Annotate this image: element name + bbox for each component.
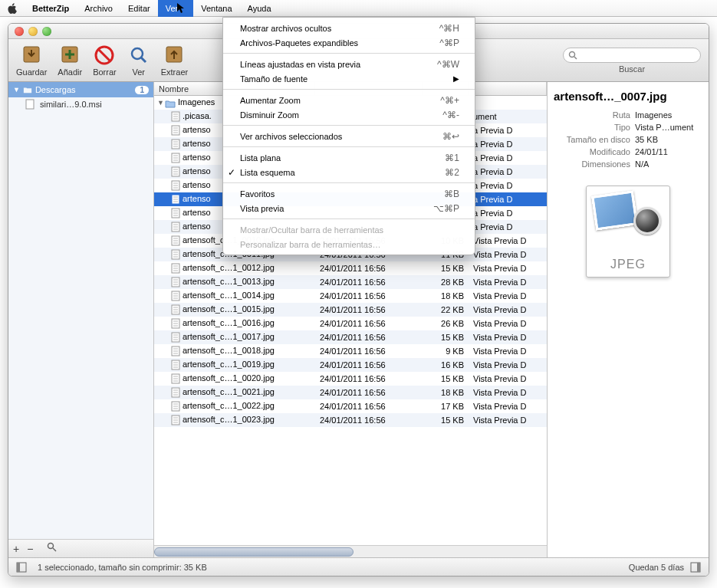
status-text: 1 seleccionado, tamaño sin comprimir: 35… bbox=[38, 563, 207, 572]
window-close-button[interactable] bbox=[15, 27, 24, 36]
add-icon bbox=[58, 44, 81, 66]
apple-logo-icon bbox=[6, 2, 18, 15]
view-menu-dropdown: Mostrar archivos ocultos^⌘HArchivos-Paqu… bbox=[222, 17, 475, 255]
search-field[interactable] bbox=[563, 48, 701, 63]
svg-point-10 bbox=[48, 544, 54, 549]
menu-item[interactable]: Favoritos⌘B bbox=[223, 186, 475, 201]
svg-line-5 bbox=[141, 57, 146, 62]
file-row[interactable]: artensoft_c…1_0015.jpg24/01/2011 16:5622… bbox=[154, 303, 547, 317]
folder-icon bbox=[23, 85, 32, 94]
menu-item[interactable]: Tamaño de fuente▶ bbox=[223, 71, 475, 86]
window-zoom-button[interactable] bbox=[42, 27, 51, 36]
svg-line-3 bbox=[99, 50, 110, 61]
status-left-icon[interactable] bbox=[16, 562, 27, 573]
sidebar-add-button[interactable]: + bbox=[13, 543, 19, 555]
file-row[interactable]: artensoft_c…1_0020.jpg24/01/2011 16:5615… bbox=[154, 372, 547, 386]
menu-ver[interactable]: Ver bbox=[158, 0, 194, 17]
menu-item: Personalizar barra de herramientas… bbox=[223, 237, 475, 251]
document-icon bbox=[25, 99, 35, 110]
preview-pane: artensoft…_0007.jpg RutaImagenes TipoVis… bbox=[548, 82, 709, 557]
jpeg-label: JPEG bbox=[586, 258, 670, 271]
meta-tamano: Tamaño en disco35 KB bbox=[554, 135, 702, 144]
status-right-text: Quedan 5 días bbox=[629, 563, 684, 572]
system-menubar: BetterZip Archivo Editar Ver Ventana Ayu… bbox=[0, 0, 717, 17]
menu-editar[interactable]: Editar bbox=[120, 0, 158, 17]
meta-dimensiones: DimensionesN/A bbox=[554, 159, 702, 169]
toolbar-extraer-button[interactable]: Extraer bbox=[161, 44, 188, 77]
toolbar-guardar-button[interactable]: Guardar bbox=[16, 44, 47, 77]
svg-rect-105 bbox=[17, 563, 20, 572]
meta-modificado: Modificado24/01/11 bbox=[554, 147, 702, 156]
menu-item[interactable]: ✓Lista esquema⌘2 bbox=[223, 165, 475, 179]
file-row[interactable]: artensoft_c…1_0022.jpg24/01/2011 16:5617… bbox=[154, 399, 547, 413]
horizontal-scrollbar[interactable] bbox=[154, 545, 547, 557]
file-row[interactable]: artensoft_c…1_0018.jpg24/01/2011 16:569 … bbox=[154, 344, 547, 358]
lens-icon bbox=[633, 207, 661, 235]
cursor-icon bbox=[176, 2, 186, 15]
sidebar-subitem[interactable]: similari…9.0.msi bbox=[8, 97, 153, 111]
svg-rect-9 bbox=[26, 100, 34, 109]
file-row[interactable]: artensoft_c…1_0016.jpg24/01/2011 16:5626… bbox=[154, 317, 547, 330]
photo-icon bbox=[591, 190, 638, 230]
meta-ruta: RutaImagenes bbox=[554, 110, 702, 120]
preview-thumbnail: JPEG bbox=[586, 186, 670, 278]
status-right-icon[interactable] bbox=[690, 562, 701, 573]
menu-item[interactable]: Ver archivos seleccionados⌘↩ bbox=[223, 129, 475, 143]
svg-point-4 bbox=[132, 48, 143, 59]
toolbar-borrar-button[interactable]: Borrar bbox=[93, 44, 117, 77]
toolbar-anadir-button[interactable]: Añadir bbox=[58, 44, 82, 77]
file-row[interactable]: artensoft_c…1_0012.jpg24/01/2011 16:5615… bbox=[154, 261, 547, 275]
sidebar-remove-button[interactable]: − bbox=[27, 543, 33, 555]
meta-tipo: TipoVista P…ument bbox=[554, 123, 702, 132]
svg-line-11 bbox=[53, 548, 56, 551]
app-name[interactable]: BetterZip bbox=[25, 4, 77, 13]
menu-item[interactable]: Archivos-Paquetes expandibles^⌘P bbox=[223, 35, 475, 50]
sidebar-footer: + − bbox=[8, 539, 153, 557]
file-row[interactable]: artensoft_c…1_0023.jpg24/01/2011 16:5615… bbox=[154, 413, 547, 427]
sidebar: ▼ Descargas 1 similari…9.0.msi + − bbox=[8, 82, 154, 557]
menu-item[interactable]: Mostrar archivos ocultos^⌘H bbox=[223, 21, 475, 35]
menu-item[interactable]: Aumentar Zoom^⌘+ bbox=[223, 93, 475, 107]
status-bar: 1 seleccionado, tamaño sin comprimir: 35… bbox=[8, 557, 709, 576]
toolbar-search: Buscar bbox=[563, 48, 701, 74]
file-row[interactable]: artensoft_c…1_0021.jpg24/01/2011 16:5618… bbox=[154, 386, 547, 399]
preview-title: artensoft…_0007.jpg bbox=[554, 90, 702, 103]
menu-archivo[interactable]: Archivo bbox=[77, 0, 120, 17]
search-label: Buscar bbox=[619, 64, 645, 74]
search-input[interactable] bbox=[577, 51, 696, 60]
menu-item[interactable]: Lista plana⌘1 bbox=[223, 150, 475, 165]
scrollbar-thumb[interactable] bbox=[154, 547, 354, 557]
file-row[interactable]: artensoft_c…1_0017.jpg24/01/2011 16:5615… bbox=[154, 330, 547, 344]
extract-icon bbox=[163, 44, 186, 66]
file-row[interactable]: artensoft_c…1_0014.jpg24/01/2011 16:5618… bbox=[154, 289, 547, 303]
sidebar-count-badge: 1 bbox=[135, 86, 149, 94]
sidebar-item-descargas[interactable]: ▼ Descargas 1 bbox=[8, 82, 153, 97]
file-row[interactable]: artensoft_c…1_0019.jpg24/01/2011 16:5616… bbox=[154, 358, 547, 372]
menu-ventana[interactable]: Ventana bbox=[193, 0, 239, 17]
window-minimize-button[interactable] bbox=[28, 27, 38, 36]
delete-icon bbox=[93, 44, 116, 66]
svg-line-8 bbox=[574, 57, 577, 59]
menu-item[interactable]: Disminuir Zoom^⌘- bbox=[223, 107, 475, 122]
menu-item[interactable]: Líneas ajustadas en vista previa^⌘W bbox=[223, 57, 475, 71]
view-icon bbox=[127, 44, 150, 66]
menu-ayuda[interactable]: Ayuda bbox=[240, 0, 279, 17]
menu-item[interactable]: Vista previa⌥⌘P bbox=[223, 201, 475, 215]
menu-item: Mostrar/Ocultar barra de herramientas bbox=[223, 222, 475, 237]
search-icon bbox=[568, 51, 577, 60]
file-row[interactable]: artensoft_c…1_0013.jpg24/01/2011 16:5628… bbox=[154, 275, 547, 289]
svg-rect-107 bbox=[697, 563, 700, 572]
save-icon bbox=[20, 44, 43, 66]
toolbar-ver-button[interactable]: Ver bbox=[127, 44, 150, 77]
svg-point-7 bbox=[570, 51, 575, 57]
sidebar-action-button[interactable] bbox=[47, 542, 58, 555]
column-type[interactable] bbox=[469, 82, 547, 95]
